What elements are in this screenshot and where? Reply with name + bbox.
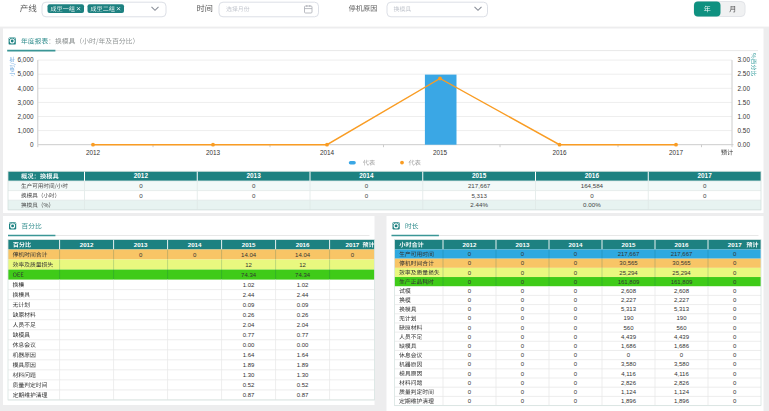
svg-text:2,826: 2,826 bbox=[674, 380, 690, 386]
svg-text:3,580: 3,580 bbox=[674, 361, 690, 367]
svg-text:0.26: 0.26 bbox=[297, 312, 309, 318]
svg-text:560: 560 bbox=[623, 325, 634, 331]
svg-text:1.02: 1.02 bbox=[297, 282, 309, 288]
svg-text:0: 0 bbox=[703, 182, 707, 189]
svg-text:217,667: 217,667 bbox=[618, 251, 640, 257]
svg-text:2014: 2014 bbox=[569, 241, 583, 248]
svg-text:14.04: 14.04 bbox=[241, 252, 257, 258]
svg-text:12: 12 bbox=[245, 262, 252, 268]
svg-text:2.44: 2.44 bbox=[243, 292, 255, 298]
svg-text:1.64: 1.64 bbox=[297, 352, 309, 358]
svg-text:4,000: 4,000 bbox=[18, 85, 34, 92]
svg-text:164,584: 164,584 bbox=[581, 182, 604, 189]
svg-text:0.00: 0.00 bbox=[738, 141, 751, 148]
svg-text:2.04: 2.04 bbox=[243, 322, 255, 328]
svg-text:161,809: 161,809 bbox=[671, 279, 693, 285]
svg-text:14.04: 14.04 bbox=[295, 252, 311, 258]
svg-text:4,116: 4,116 bbox=[621, 371, 636, 377]
svg-text:3,580: 3,580 bbox=[621, 361, 637, 367]
svg-text:2015: 2015 bbox=[472, 172, 487, 179]
svg-text:0: 0 bbox=[365, 182, 369, 189]
svg-text:3.00: 3.00 bbox=[738, 56, 751, 63]
svg-text:3,000: 3,000 bbox=[18, 99, 34, 106]
svg-text:2017: 2017 bbox=[346, 241, 360, 248]
svg-text:5,313: 5,313 bbox=[621, 306, 637, 312]
svg-text:190: 190 bbox=[676, 315, 687, 321]
svg-text:2015: 2015 bbox=[242, 241, 256, 248]
svg-text:2.44%: 2.44% bbox=[470, 201, 488, 208]
svg-text:0: 0 bbox=[139, 192, 143, 199]
svg-text:1,124: 1,124 bbox=[674, 389, 690, 395]
svg-text:2,227: 2,227 bbox=[621, 297, 637, 303]
svg-text:4,439: 4,439 bbox=[621, 334, 637, 340]
svg-text:0: 0 bbox=[30, 141, 34, 148]
svg-text:1.89: 1.89 bbox=[243, 362, 255, 368]
svg-text:2017: 2017 bbox=[669, 149, 684, 156]
svg-text:1.00: 1.00 bbox=[738, 113, 751, 120]
svg-text:0.09: 0.09 bbox=[243, 302, 255, 308]
svg-text:2012: 2012 bbox=[86, 149, 101, 156]
svg-text:2012: 2012 bbox=[80, 241, 94, 248]
svg-text:1,000: 1,000 bbox=[18, 127, 34, 134]
svg-text:30,565: 30,565 bbox=[619, 260, 638, 266]
svg-text:0: 0 bbox=[365, 192, 369, 199]
svg-text:2016: 2016 bbox=[552, 149, 567, 156]
svg-text:5,000: 5,000 bbox=[18, 70, 34, 77]
svg-text:2014: 2014 bbox=[188, 241, 202, 248]
svg-text:25,294: 25,294 bbox=[672, 270, 691, 276]
svg-text:25,294: 25,294 bbox=[619, 270, 638, 276]
svg-text:1,124: 1,124 bbox=[621, 389, 637, 395]
svg-text:1.30: 1.30 bbox=[297, 372, 309, 378]
svg-text:0.00: 0.00 bbox=[297, 342, 309, 348]
svg-text:74.34: 74.34 bbox=[295, 272, 311, 278]
svg-text:4,116: 4,116 bbox=[674, 371, 689, 377]
svg-text:2.44: 2.44 bbox=[297, 292, 309, 298]
svg-text:2013: 2013 bbox=[134, 241, 148, 248]
svg-text:0.52: 0.52 bbox=[243, 382, 255, 388]
svg-text:2,608: 2,608 bbox=[621, 288, 637, 294]
svg-text:1.30: 1.30 bbox=[243, 372, 255, 378]
svg-text:2016: 2016 bbox=[675, 241, 689, 248]
svg-text:2.04: 2.04 bbox=[297, 322, 309, 328]
svg-text:12: 12 bbox=[299, 262, 306, 268]
svg-text:560: 560 bbox=[676, 325, 687, 331]
svg-text:30,565: 30,565 bbox=[672, 260, 691, 266]
svg-text:0: 0 bbox=[252, 182, 256, 189]
svg-text:190: 190 bbox=[623, 315, 634, 321]
svg-text:1.50: 1.50 bbox=[738, 99, 751, 106]
svg-text:0.26: 0.26 bbox=[243, 312, 255, 318]
svg-text:1.89: 1.89 bbox=[297, 362, 309, 368]
svg-text:0.77: 0.77 bbox=[297, 332, 309, 338]
svg-text:2.00: 2.00 bbox=[738, 85, 751, 92]
svg-text:2016: 2016 bbox=[296, 241, 310, 248]
svg-text:0.00: 0.00 bbox=[243, 342, 255, 348]
svg-text:2012: 2012 bbox=[134, 172, 149, 179]
svg-text:2016: 2016 bbox=[585, 172, 600, 179]
svg-text:6,000: 6,000 bbox=[18, 56, 34, 63]
svg-text:2014: 2014 bbox=[320, 149, 335, 156]
svg-text:1,896: 1,896 bbox=[674, 398, 690, 404]
svg-text:2,826: 2,826 bbox=[621, 380, 637, 386]
svg-text:2,227: 2,227 bbox=[674, 297, 690, 303]
svg-text:1.64: 1.64 bbox=[243, 352, 255, 358]
svg-text:2012: 2012 bbox=[463, 241, 477, 248]
svg-text:2017: 2017 bbox=[728, 241, 742, 248]
svg-text:2017: 2017 bbox=[698, 172, 713, 179]
svg-text:1,896: 1,896 bbox=[621, 398, 637, 404]
svg-text:0: 0 bbox=[703, 192, 707, 199]
svg-text:0.50: 0.50 bbox=[738, 127, 751, 134]
svg-text:0.09: 0.09 bbox=[297, 302, 309, 308]
svg-text:1,686: 1,686 bbox=[621, 343, 637, 349]
svg-text:0: 0 bbox=[252, 192, 256, 199]
svg-text:2013: 2013 bbox=[206, 149, 221, 156]
svg-text:0: 0 bbox=[590, 192, 594, 199]
svg-text:2015: 2015 bbox=[622, 241, 636, 248]
svg-text:2013: 2013 bbox=[516, 241, 530, 248]
svg-text:4,439: 4,439 bbox=[674, 334, 690, 340]
svg-text:1.02: 1.02 bbox=[243, 282, 255, 288]
svg-text:2013: 2013 bbox=[247, 172, 262, 179]
svg-text:0.87: 0.87 bbox=[243, 392, 255, 398]
svg-text:2014: 2014 bbox=[359, 172, 374, 179]
svg-text:2,608: 2,608 bbox=[674, 288, 690, 294]
svg-text:5,313: 5,313 bbox=[674, 306, 690, 312]
